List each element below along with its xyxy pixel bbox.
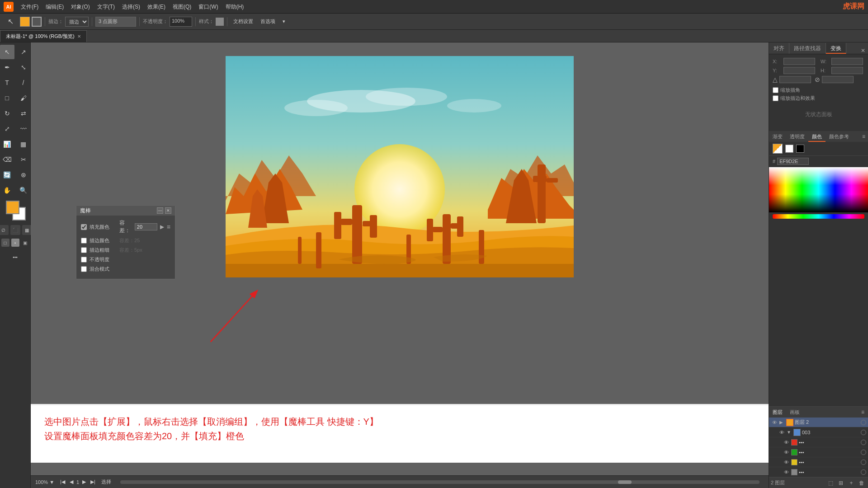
graph-tool[interactable]: 📊	[0, 137, 14, 151]
hex-input[interactable]	[777, 158, 809, 165]
rotate-tool[interactable]: ↻	[0, 106, 14, 121]
brush-select[interactable]: 描边	[65, 17, 89, 27]
scale-tool[interactable]: ⤢	[0, 122, 14, 136]
active-tab[interactable]: 未标题-1* @ 100% (RGB/预览) ✕	[0, 30, 87, 42]
menu-object[interactable]: 对象(O)	[67, 0, 93, 14]
text-tool[interactable]: T	[0, 75, 14, 90]
prev-page-btn[interactable]: ◀	[68, 479, 75, 485]
tab-align[interactable]: 对齐	[769, 43, 789, 54]
w-input[interactable]	[831, 58, 863, 65]
x-input[interactable]	[783, 58, 815, 65]
layer-2-eye[interactable]: 👁	[778, 430, 785, 435]
layer-2-expand[interactable]: ▼	[787, 430, 792, 435]
shear-input[interactable]	[822, 76, 854, 83]
menu-file[interactable]: 文件(F)	[17, 0, 42, 14]
scale-corners-label[interactable]: 缩放描角	[773, 87, 864, 94]
stroke-color-box[interactable]	[32, 17, 42, 27]
hue-slider[interactable]	[773, 214, 864, 219]
menu-edit[interactable]: 编辑(E)	[42, 0, 67, 14]
zoom-display[interactable]: 100% ▼	[35, 479, 54, 485]
layer-row-4[interactable]: 👁 •••	[769, 447, 868, 457]
first-page-btn[interactable]: |◀	[59, 479, 66, 485]
canvas-content[interactable]: 魔棒 — ✕ 填充颜色 容差： ▶ ≡	[31, 42, 769, 475]
blend-mode-checkbox[interactable]	[81, 266, 87, 272]
layer-4-eye[interactable]: 👁	[783, 450, 790, 455]
none-color-btn[interactable]: ∅	[0, 225, 9, 235]
fill-color-checkbox[interactable]	[81, 224, 87, 230]
panel-close-btn[interactable]: ✕	[165, 207, 171, 214]
tab-close-btn[interactable]: ✕	[77, 34, 81, 39]
extra-tools-btn[interactable]: •••	[8, 250, 23, 264]
panel-minimize-btn[interactable]: —	[157, 207, 163, 214]
blend-tool[interactable]: ⊛	[16, 168, 31, 182]
layer-row-5[interactable]: 👁 •••	[769, 457, 868, 467]
menu-select[interactable]: 选择(S)	[118, 0, 144, 14]
opacity-checkbox[interactable]	[81, 257, 87, 263]
brush-tool[interactable]: 🖌	[16, 91, 31, 105]
color-spectrum[interactable]	[769, 167, 868, 212]
tab-gradient[interactable]: 渐变	[769, 131, 786, 142]
white-swatch[interactable]	[785, 145, 793, 153]
layer-6-eye[interactable]: 👁	[783, 469, 790, 475]
tab-transform[interactable]: 变换	[826, 43, 846, 54]
tolerance-increase-btn[interactable]: ▶	[160, 224, 164, 230]
layer-row-2[interactable]: 👁 ▼ 003	[769, 427, 868, 437]
curvature-tool[interactable]: ⤡	[16, 60, 31, 75]
line-tool[interactable]: /	[16, 75, 31, 90]
scrollbar-thumb[interactable]	[618, 480, 632, 484]
select-tool[interactable]: ↖	[0, 45, 14, 59]
tolerance-input[interactable]	[135, 223, 157, 230]
warp-tool[interactable]: 〰	[16, 122, 31, 136]
new-layer-btn[interactable]: +	[847, 479, 856, 488]
menu-effect[interactable]: 效果(E)	[144, 0, 169, 14]
layer-row-1[interactable]: 👁 ▶ 图层 2	[769, 418, 868, 427]
scale-stroke-label[interactable]: 缩放描边和效果	[773, 95, 864, 102]
preferences-btn[interactable]: 首选项	[258, 17, 278, 26]
doc-settings-btn[interactable]: 文档设置	[231, 17, 256, 26]
menu-window[interactable]: 窗口(W)	[195, 0, 222, 14]
selection-tool-btn[interactable]: ↖	[3, 14, 18, 29]
menu-view[interactable]: 视图(Q)	[169, 0, 195, 14]
make-clipping-btn[interactable]: ⬚	[826, 479, 835, 488]
color-mode-btn[interactable]: ⬛	[10, 225, 20, 235]
y-input[interactable]	[783, 67, 815, 74]
layer-1-expand[interactable]: ▶	[779, 420, 785, 425]
panel-menu-btn[interactable]: ≡	[167, 223, 170, 230]
menu-text[interactable]: 文字(T)	[94, 0, 118, 14]
panel-title-bar[interactable]: 魔棒 — ✕	[76, 206, 175, 216]
opacity-input[interactable]: 100%	[170, 17, 192, 27]
hand-tool[interactable]: ✋	[0, 183, 14, 197]
tab-pathfinder[interactable]: 路径查找器	[789, 43, 826, 54]
point-type-input[interactable]: 3 点圆形	[95, 17, 136, 27]
page-input[interactable]: 1	[76, 479, 79, 485]
scissors-tool[interactable]: ✂	[16, 152, 31, 167]
tab-color[interactable]: 颜色	[808, 131, 826, 142]
panel-close-right[interactable]: ✕	[858, 47, 868, 54]
screen-mode-2[interactable]: ▪	[11, 239, 19, 247]
direct-select-tool[interactable]: ↗	[16, 45, 31, 59]
layer-row-6[interactable]: 👁 •••	[769, 467, 868, 477]
pen-tool[interactable]: ✒	[0, 60, 14, 75]
rect-tool[interactable]: □	[0, 91, 14, 105]
stroke-color-checkbox[interactable]	[81, 238, 87, 244]
layer-1-eye[interactable]: 👁	[771, 420, 778, 425]
layers-panel-menu[interactable]: ≡	[858, 409, 868, 415]
next-page-btn[interactable]: ▶	[81, 479, 87, 485]
layer-row-3[interactable]: 👁 •••	[769, 437, 868, 447]
horizontal-scrollbar[interactable]	[120, 480, 760, 484]
color-panel-menu[interactable]: ≡	[859, 133, 868, 140]
stroke-weight-checkbox[interactable]	[81, 247, 87, 253]
tab-layers[interactable]: 图层	[769, 407, 786, 418]
layer-5-eye[interactable]: 👁	[783, 460, 790, 465]
new-sublayer-btn[interactable]: ⊞	[836, 479, 845, 488]
black-swatch[interactable]	[796, 145, 804, 153]
column-graph[interactable]: ▦	[16, 137, 31, 151]
layer-3-eye[interactable]: 👁	[783, 440, 790, 445]
toolbar-extra[interactable]: ▾	[280, 18, 288, 25]
lasso-tool[interactable]: 🔄	[0, 168, 14, 182]
style-color-box[interactable]	[216, 18, 224, 26]
screen-mode-3[interactable]: ▣	[21, 239, 29, 247]
last-page-btn[interactable]: ▶|	[89, 479, 97, 485]
tab-transparency[interactable]: 透明度	[786, 131, 808, 142]
scale-corners-checkbox[interactable]	[773, 87, 778, 93]
